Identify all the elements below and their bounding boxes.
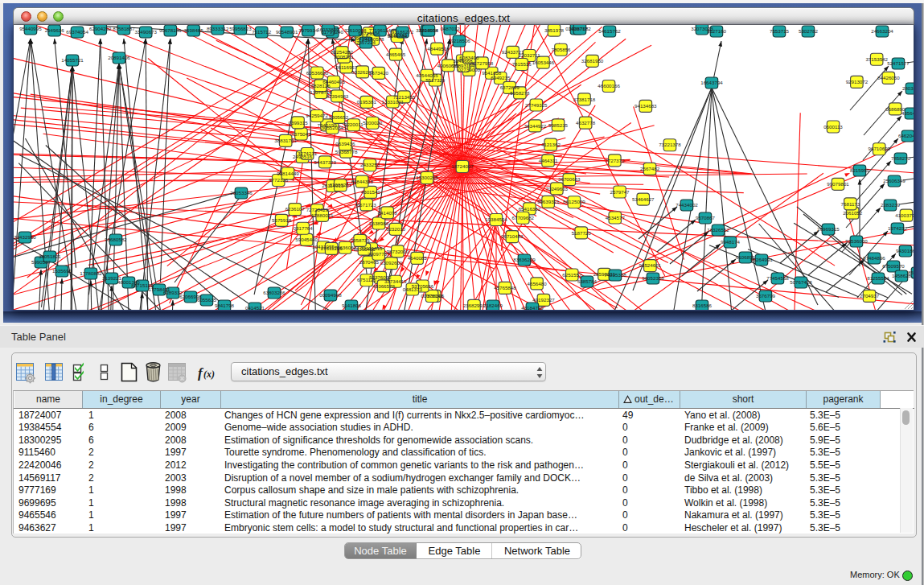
svg-text:72432950: 72432950 [14,234,36,240]
svg-text:94259472: 94259472 [306,113,328,118]
svg-text:93814449: 93814449 [277,171,299,176]
svg-text:16643794: 16643794 [700,80,723,85]
svg-text:83836209: 83836209 [513,257,536,262]
svg-text:23682991: 23682991 [463,303,486,308]
svg-text:49192327: 49192327 [532,297,555,303]
svg-text:6462042: 6462042 [898,133,914,138]
svg-text:18326552: 18326552 [707,227,729,233]
svg-text:4301540: 4301540 [361,189,381,195]
svg-text:69264991: 69264991 [750,257,773,262]
svg-text:60536630: 60536630 [306,70,329,76]
svg-text:50767428: 50767428 [790,279,812,285]
svg-text:20387682: 20387682 [569,26,591,31]
svg-text:38344922: 38344922 [524,123,547,129]
svg-text:7375043: 7375043 [291,131,311,137]
svg-text:5958278: 5958278 [510,90,530,96]
svg-text:94134683: 94134683 [634,103,657,109]
svg-text:2567482: 2567482 [640,166,660,171]
svg-text:0414521: 0414521 [245,305,265,310]
svg-text:77196114: 77196114 [369,27,392,33]
svg-text:20891406: 20891406 [108,55,130,60]
svg-text:4356433: 4356433 [901,110,914,116]
svg-text:25606349: 25606349 [883,178,906,183]
svg-text:4656480: 4656480 [528,281,548,286]
svg-text:3274231: 3274231 [298,150,318,156]
svg-text:3979934: 3979934 [298,27,318,33]
svg-text:0399315: 0399315 [289,120,309,126]
svg-text:7815516: 7815516 [512,61,532,67]
svg-text:59368778: 59368778 [335,149,358,154]
svg-text:2803874: 2803874 [902,85,914,91]
svg-text:5990587: 5990587 [31,259,51,265]
svg-text:14055721: 14055721 [61,57,84,63]
svg-text:50326245: 50326245 [351,69,374,75]
svg-text:1974232: 1974232 [888,225,908,231]
svg-text:8813054: 8813054 [419,27,439,33]
svg-text:8215955: 8215955 [850,167,870,173]
svg-text:73221378: 73221378 [659,142,681,147]
svg-text:4844950: 4844950 [427,46,447,51]
svg-text:86844318: 86844318 [351,179,373,184]
svg-text:6772326: 6772326 [269,177,289,183]
svg-text:0639436: 0639436 [335,141,355,146]
svg-text:49366578: 49366578 [372,283,395,289]
svg-text:2870465: 2870465 [359,259,380,265]
svg-text:81086201: 81086201 [329,182,351,187]
svg-text:4464311: 4464311 [539,158,558,163]
svg-text:24663204: 24663204 [871,28,893,34]
svg-text:4121362: 4121362 [541,142,561,147]
svg-text:41003790: 41003790 [895,212,914,218]
svg-text:98732000: 98732000 [387,249,409,254]
svg-text:2704937: 2704937 [860,293,880,299]
svg-text:9570867: 9570867 [696,215,716,220]
svg-text:7727372: 7727372 [605,158,625,163]
svg-text:9305652: 9305652 [329,114,349,120]
svg-text:81255514: 81255514 [867,275,889,281]
svg-text:19384554: 19384554 [485,216,507,222]
svg-text:3851978: 3851978 [544,27,565,33]
svg-text:32681950: 32681950 [581,58,604,64]
svg-text:67509570: 67509570 [882,263,905,269]
svg-text:7681173: 7681173 [841,201,860,207]
svg-text:0481373: 0481373 [403,286,423,292]
svg-text:38831701: 38831701 [274,138,297,143]
svg-text:67709682: 67709682 [512,215,535,220]
svg-text:62904292: 62904292 [89,26,112,31]
svg-text:63803266: 63803266 [263,290,285,295]
svg-text:37153542: 37153542 [865,56,888,62]
svg-text:0487012: 0487012 [441,26,461,31]
svg-text:4534577: 4534577 [606,215,626,220]
svg-text:2638986: 2638986 [369,220,389,226]
svg-text:27611256: 27611256 [321,245,343,251]
svg-text:40544055: 40544055 [416,72,438,78]
svg-text:71213455: 71213455 [393,94,416,100]
svg-text:1458628: 1458628 [892,273,912,278]
svg-text:20053346: 20053346 [230,190,253,196]
svg-text:6751125: 6751125 [357,277,376,282]
svg-text:54437323: 54437323 [314,159,336,165]
svg-text:2433253: 2433253 [360,162,380,167]
svg-text:5575918: 5575918 [272,217,292,223]
svg-text:17780882: 17780882 [80,270,102,276]
svg-text:26969315: 26969315 [817,226,840,232]
svg-text:6236107: 6236107 [285,206,306,212]
svg-text:82254282: 82254282 [331,49,353,55]
svg-text:9430186: 9430186 [896,248,914,253]
svg-text:5302782: 5302782 [799,28,819,34]
svg-text:9141806: 9141806 [342,303,362,308]
svg-text:97484896: 97484896 [863,255,885,261]
svg-text:52471577: 52471577 [887,60,910,66]
svg-text:96710699: 96710699 [869,146,891,151]
svg-text:74035338: 74035338 [604,272,626,278]
svg-text:95680582: 95680582 [105,237,127,242]
svg-text:69374054: 69374054 [66,29,88,35]
svg-text:96052358: 96052358 [642,275,664,281]
svg-text:33490673: 33490673 [134,29,157,35]
svg-text:4632778: 4632778 [576,120,596,126]
svg-text:93186272: 93186272 [392,29,414,35]
svg-text:65416362: 65416362 [519,206,541,212]
svg-text:64460495: 64460495 [322,79,345,84]
svg-text:87581887: 87581887 [113,26,135,31]
svg-text:9527160: 9527160 [707,28,727,34]
svg-text:00094948: 00094948 [319,292,342,298]
